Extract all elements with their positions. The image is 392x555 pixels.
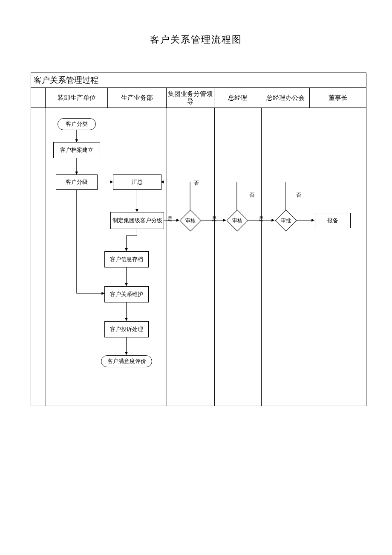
node-report: 报备 — [315, 213, 351, 228]
node-profile-create: 客户档案建立 — [53, 142, 100, 158]
lane-header-1: 装卸生产单位 — [46, 88, 108, 108]
node-maintain: 客户关系维护 — [104, 286, 149, 302]
label-yes-2: 是 — [212, 215, 217, 223]
decision-approve-label: 审批 — [275, 212, 297, 229]
lane-header-4: 总经理 — [214, 88, 261, 108]
label-yes-3: 是 — [259, 215, 264, 223]
lane-header-6: 董事长 — [310, 88, 366, 108]
node-start: 客户分类 — [58, 118, 96, 130]
flow-canvas: 客户分类 客户档案建立 客户分级 汇总 制定集团级客户分级 客户信息存档 客户关… — [46, 108, 366, 406]
node-summarize: 汇总 — [113, 174, 161, 190]
node-group-grade: 制定集团级客户分级 — [110, 212, 164, 229]
label-yes-1: 是 — [167, 215, 173, 223]
decision-review-2: 审核 — [226, 212, 248, 229]
lane-header-3: 集团业务分管领导 — [167, 88, 214, 108]
node-complaint: 客户投诉处理 — [104, 321, 149, 337]
decision-approve: 审批 — [275, 212, 297, 229]
label-no-3: 否 — [296, 192, 301, 199]
lane-header-2: 生产业务部 — [108, 88, 167, 108]
section-title: 客户关系管理过程 — [34, 75, 98, 86]
decision-review-1: 审核 — [179, 212, 202, 229]
lane-header-row: 装卸生产单位 生产业务部 集团业务分管领导 总经理 总经理办公会 董事长 — [31, 87, 366, 108]
lane-spacer — [31, 88, 46, 108]
label-no-1: 否 — [194, 180, 199, 187]
node-end: 客户满意度评价 — [101, 355, 152, 367]
decision-review-2-label: 审核 — [226, 212, 248, 229]
diagram-frame: 客户关系管理过程 装卸生产单位 生产业务部 集团业务分管领导 总经理 总经理办公… — [31, 73, 366, 406]
label-no-2: 否 — [249, 192, 254, 199]
node-customer-grade: 客户分级 — [56, 174, 98, 190]
page-title: 客户关系管理流程图 — [0, 0, 392, 46]
lane-header-5: 总经理办公会 — [261, 88, 310, 108]
node-archive: 客户信息存档 — [104, 251, 149, 267]
decision-review-1-label: 审核 — [179, 212, 202, 229]
